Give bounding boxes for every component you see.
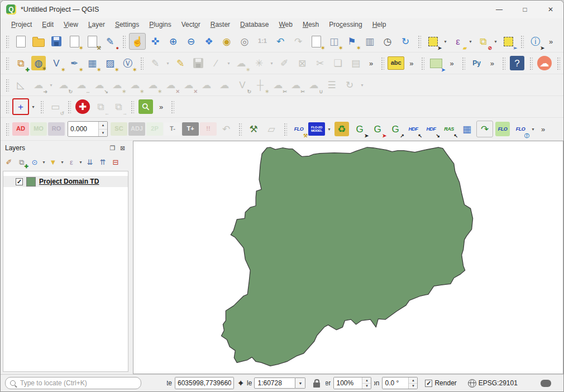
- coordinate-box[interactable]: [175, 377, 234, 389]
- rotation-input[interactable]: [383, 377, 408, 389]
- close-panel-icon[interactable]: ⊠: [118, 144, 127, 152]
- filter-expression-icon-dropdown[interactable]: ▾: [78, 156, 83, 168]
- qms-toolbar-overflow[interactable]: »: [446, 59, 457, 68]
- layer-visibility-checkbox[interactable]: [16, 178, 23, 185]
- new-spatial-bookmark-icon[interactable]: ⚑✶: [343, 33, 360, 50]
- extents-toggle-icon[interactable]: ⌖: [237, 378, 245, 388]
- menu-plugins[interactable]: Plugins: [144, 20, 176, 30]
- import-hdf5-icon[interactable]: HDF↖: [405, 121, 422, 137]
- import-components-icon[interactable]: G➤: [351, 121, 368, 137]
- toolbar-grip[interactable]: [501, 56, 505, 70]
- search-tool-icon[interactable]: ⚲: [138, 99, 153, 114]
- menu-layer[interactable]: Layer: [83, 20, 110, 30]
- open-project-icon[interactable]: [30, 33, 47, 50]
- menu-raster[interactable]: Raster: [205, 20, 235, 30]
- maximize-button[interactable]: □: [512, 1, 538, 18]
- render-checkbox[interactable]: [425, 380, 432, 387]
- toolbar-grip[interactable]: [420, 56, 424, 70]
- export-hdf5-icon[interactable]: HDF↘: [423, 121, 439, 137]
- toolbar-grip[interactable]: [130, 100, 134, 113]
- flo2d-model-icon-dropdown[interactable]: ▾: [326, 121, 332, 137]
- close-button[interactable]: ✕: [538, 1, 563, 18]
- magnifier-input[interactable]: [334, 377, 362, 389]
- toolbar-grip[interactable]: [67, 100, 71, 113]
- add-button-icon-dropdown[interactable]: ▾: [30, 98, 36, 115]
- select-by-expression-icon-dropdown[interactable]: ▾: [467, 33, 474, 50]
- expand-all-icon[interactable]: ⇊: [84, 156, 96, 168]
- toolbar-grip[interactable]: [461, 56, 465, 70]
- coordinate-input[interactable]: [175, 377, 233, 389]
- zoom-to-layer-icon[interactable]: ◎: [236, 33, 253, 50]
- toolbar-grip[interactable]: [40, 100, 44, 113]
- select-by-expression-icon[interactable]: ε▰: [450, 33, 466, 50]
- add-mesh-layer-icon[interactable]: ▦✶: [84, 55, 101, 71]
- temporal-controller-icon[interactable]: ◷: [379, 33, 396, 50]
- grid-info-icon[interactable]: ▦: [458, 121, 475, 137]
- flo2d-toolbar-overflow[interactable]: »: [537, 125, 549, 133]
- map-canvas[interactable]: [133, 141, 563, 374]
- collapse-all-icon[interactable]: ⇈: [97, 156, 109, 168]
- toolbar-grip[interactable]: [5, 122, 9, 136]
- flo2d-info-icon-dropdown[interactable]: ▾: [530, 121, 536, 137]
- toggle-editing-icon[interactable]: ✎: [172, 55, 189, 71]
- locator-input[interactable]: [19, 379, 136, 388]
- toolbar-grip[interactable]: [140, 56, 144, 70]
- toolbar-grip[interactable]: [283, 122, 287, 136]
- locator-box[interactable]: [5, 377, 141, 389]
- cell-size-spinbox-input[interactable]: [68, 122, 98, 136]
- labels-toolbar-overflow[interactable]: »: [405, 59, 417, 68]
- add-raster-layer-icon[interactable]: ▨✶: [102, 55, 118, 71]
- grass-tools-icon[interactable]: ⚒: [245, 121, 262, 137]
- toolbar-grip[interactable]: [5, 35, 9, 48]
- crs-globe-icon[interactable]: [468, 379, 476, 388]
- toolbar-grip[interactable]: [380, 56, 384, 70]
- deselect-features-icon-dropdown[interactable]: ▾: [493, 33, 499, 50]
- add-marker-icon[interactable]: ✚: [75, 99, 90, 114]
- help-contents-icon[interactable]: ?: [510, 56, 524, 70]
- add-virtual-layer-icon[interactable]: Ⓥ✶: [120, 55, 136, 71]
- show-spatial-bookmarks-icon[interactable]: ▥: [361, 33, 378, 50]
- filter-legend-icon[interactable]: ▼: [47, 156, 59, 168]
- menu-edit[interactable]: Edit: [37, 20, 59, 30]
- filter-expression-icon[interactable]: ε: [65, 156, 78, 168]
- python-toolbar-overflow[interactable]: »: [486, 59, 498, 68]
- crs-value[interactable]: EPSG:29101: [479, 379, 518, 387]
- layer-name[interactable]: Project Domain TD: [39, 178, 99, 185]
- add-vector-layer-icon[interactable]: V✶: [48, 55, 65, 71]
- save-project-icon[interactable]: [48, 33, 65, 50]
- ad-button[interactable]: AD: [12, 122, 29, 136]
- import-ras-icon[interactable]: RAS↖: [441, 121, 457, 137]
- menu-view[interactable]: View: [59, 20, 83, 30]
- cloud-plugin-icon[interactable]: ☁: [537, 56, 552, 70]
- scale-value[interactable]: 1:60728: [254, 377, 295, 389]
- toolbar-grip[interactable]: [520, 35, 524, 48]
- menu-processing[interactable]: Processing: [324, 20, 367, 30]
- menu-help[interactable]: Help: [367, 20, 391, 30]
- open-layer-styling-icon[interactable]: ✐: [3, 156, 15, 168]
- menu-mesh[interactable]: Mesh: [298, 20, 324, 30]
- flo2d-settings-icon[interactable]: FLO⚒: [290, 121, 307, 137]
- new-3d-map-view-icon[interactable]: ◫✶: [326, 33, 342, 50]
- select-features-icon[interactable]: ➤: [424, 33, 441, 50]
- refresh-icon[interactable]: ↻: [397, 33, 414, 50]
- attributes-toolbar-overflow[interactable]: »: [545, 37, 557, 46]
- zoom-to-selection-icon[interactable]: ◉: [218, 33, 235, 50]
- pan-to-selection-icon[interactable]: ✜: [147, 33, 164, 50]
- pan-map-icon[interactable]: ☝: [129, 33, 146, 50]
- style-manager-icon[interactable]: ✎●: [102, 33, 118, 50]
- toolbar-grip[interactable]: [170, 100, 174, 113]
- flo2d-model-icon[interactable]: FLO-2D MODEL: [308, 122, 325, 136]
- float-panel-icon[interactable]: ❐: [108, 144, 117, 152]
- layer-item[interactable]: Project Domain TD: [3, 176, 128, 187]
- import-selected-components-icon[interactable]: G➤: [369, 121, 386, 137]
- data-source-manager-icon[interactable]: ⧉✚: [12, 55, 29, 71]
- identify-features-icon[interactable]: ⓘ➤: [527, 33, 544, 50]
- new-map-view-icon[interactable]: ✶: [308, 33, 324, 50]
- menu-vector[interactable]: Vector: [176, 20, 205, 30]
- import-gds-icon[interactable]: ♻: [334, 122, 349, 136]
- layout-manager-icon[interactable]: ⚒: [84, 33, 101, 50]
- toolbar-grip[interactable]: [238, 122, 242, 136]
- toolbar-grip[interactable]: [529, 56, 533, 70]
- add-delimited-layer-icon[interactable]: ✒✶: [66, 55, 83, 71]
- new-project-icon[interactable]: [12, 33, 29, 50]
